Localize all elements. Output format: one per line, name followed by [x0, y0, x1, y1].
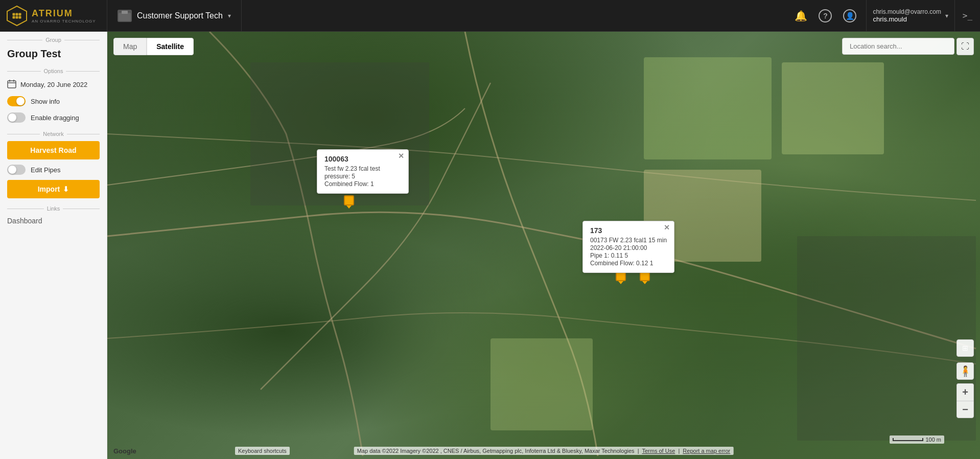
- map-popup-2: ✕ 173 00173 FW 2.23 fcal1 15 min 2022-06…: [582, 221, 674, 273]
- map-marker-1[interactable]: [344, 195, 354, 208]
- harvest-road-button[interactable]: Harvest Road: [7, 141, 100, 159]
- help-button[interactable]: ?: [814, 5, 836, 27]
- enable-dragging-row: Enable dragging: [0, 109, 107, 126]
- svg-rect-2: [122, 11, 128, 14]
- logo-sub: AN OVARRO TECHNOLOGY: [32, 19, 96, 24]
- map-google-text: Google: [113, 447, 136, 455]
- logo-text: ATRIUM: [32, 8, 96, 19]
- map-zoom-out[interactable]: −: [956, 401, 974, 418]
- map-report-link[interactable]: Report a map error: [683, 448, 730, 454]
- topbar: ATRIUM AN OVARRO TECHNOLOGY Customer Sup…: [0, 0, 980, 32]
- date-value: Monday, 20 June 2022: [20, 81, 87, 88]
- sidebar: Group Group Test Options Monday, 20 June…: [0, 32, 107, 459]
- calendar-icon: [7, 79, 16, 90]
- map-fullscreen-button[interactable]: ⛶: [956, 38, 974, 55]
- links-section-label: Links: [0, 200, 107, 214]
- notification-icon: 🔔: [795, 10, 807, 22]
- show-info-toggle[interactable]: [7, 96, 26, 106]
- notification-button[interactable]: 🔔: [789, 5, 812, 27]
- map-search-container: [842, 38, 954, 55]
- popup-2-title: 173: [590, 226, 667, 235]
- group-title: Group Test: [0, 45, 107, 65]
- user-menu[interactable]: chris.mould@ovarro.com chris.mould ▾: [866, 0, 954, 31]
- terminal-icon: >_: [963, 11, 972, 20]
- options-section-label: Options: [0, 65, 107, 76]
- import-icon: ⬇: [63, 185, 69, 193]
- pegman-icon: 🧍: [959, 365, 972, 377]
- scale-label: 100 m: [925, 437, 941, 443]
- map-roads-overlay: [107, 32, 980, 459]
- dashboard-link[interactable]: Dashboard: [0, 214, 107, 228]
- map-keyboard-shortcuts[interactable]: Keyboard shortcuts: [235, 447, 290, 455]
- svg-rect-10: [491, 338, 593, 430]
- map-zoom-in[interactable]: +: [956, 383, 974, 401]
- network-section-label: Network: [0, 126, 107, 139]
- map-buildings-overlay: [107, 32, 980, 459]
- popup-1-close[interactable]: ✕: [398, 152, 404, 160]
- map-tab-map[interactable]: Map: [113, 38, 147, 55]
- grid-icon: ⊞: [962, 344, 968, 352]
- user-email: chris.mould@ovarro.com: [873, 8, 941, 15]
- org-name: Customer Support Tech: [137, 11, 223, 20]
- import-label: Import: [38, 185, 60, 193]
- map-pegman-button[interactable]: 🧍: [956, 362, 974, 380]
- help-icon: ?: [819, 9, 832, 22]
- map-tab-controls: Map Satellite: [113, 38, 194, 55]
- svg-rect-1: [119, 13, 131, 21]
- import-button[interactable]: Import ⬇: [7, 180, 100, 198]
- popup-1-line2: pressure: 5: [324, 173, 401, 180]
- popup-2-line3: Pipe 1: 0.11 5: [590, 252, 667, 259]
- svg-rect-12: [797, 236, 976, 441]
- scale-bar: [893, 438, 923, 441]
- group-section-label: Group: [0, 32, 107, 45]
- map-attribution: Map data ©2022 Imagery ©2022 , CNES / Ai…: [354, 447, 734, 455]
- edit-pipes-label: Edit Pipes: [31, 166, 61, 174]
- user-dropdown-arrow: ▾: [945, 12, 948, 19]
- org-icon: [118, 10, 132, 22]
- user-button[interactable]: 👤: [838, 5, 861, 27]
- popup-1-line3: Combined Flow: 1: [324, 180, 401, 188]
- terminal-button[interactable]: >_: [954, 0, 980, 32]
- popup-1-line1: Test fw 2.23 fcal test: [324, 165, 401, 172]
- popup-2-line4: Combined Flow: 0.12 1: [590, 260, 667, 267]
- popup-2-line2: 2022-06-20 21:00:00: [590, 244, 667, 251]
- map-grid-button[interactable]: ⊞: [956, 339, 974, 357]
- user-name: chris.mould: [873, 15, 941, 23]
- org-selector[interactable]: Customer Support Tech ▾: [107, 0, 242, 31]
- svg-rect-3: [8, 81, 16, 88]
- popup-1-title: 100063: [324, 155, 401, 163]
- enable-dragging-toggle[interactable]: [7, 112, 26, 123]
- edit-pipes-toggle[interactable]: [7, 165, 26, 175]
- org-dropdown-arrow: ▾: [228, 12, 231, 19]
- show-info-row: Show info: [0, 93, 107, 109]
- marker-1-body: [344, 195, 354, 205]
- map-satellite-view[interactable]: Map Satellite ⛶ ✕ 100063 Test fw 2.23 fc…: [107, 32, 980, 459]
- fullscreen-icon: ⛶: [961, 42, 969, 51]
- map-zoom-controls: + −: [956, 383, 974, 418]
- svg-rect-8: [782, 62, 884, 154]
- map-tab-satellite[interactable]: Satellite: [147, 38, 194, 55]
- topbar-icon-group: 🔔 ? 👤: [784, 5, 866, 27]
- map-search-input[interactable]: [842, 38, 954, 55]
- main-content: Group Group Test Options Monday, 20 June…: [0, 32, 980, 459]
- svg-rect-7: [644, 57, 772, 159]
- marker-2-tail: [618, 281, 623, 284]
- enable-dragging-label: Enable dragging: [31, 114, 79, 122]
- popup-2-close[interactable]: ✕: [664, 223, 670, 232]
- user-icon: 👤: [843, 9, 856, 22]
- edit-pipes-row: Edit Pipes: [0, 162, 107, 178]
- show-info-label: Show info: [31, 98, 60, 105]
- marker-1-tail: [346, 205, 352, 209]
- logo-area: ATRIUM AN OVARRO TECHNOLOGY: [0, 0, 107, 31]
- map-popup-1: ✕ 100063 Test fw 2.23 fcal test pressure…: [317, 149, 409, 194]
- map-area: Map Satellite ⛶ ✕ 100063 Test fw 2.23 fc…: [107, 32, 980, 459]
- map-terms-link[interactable]: Terms of Use: [642, 448, 675, 454]
- date-row[interactable]: Monday, 20 June 2022: [0, 76, 107, 93]
- popup-2-line1: 00173 FW 2.23 fcal1 15 min: [590, 237, 667, 244]
- marker-3-tail: [642, 281, 647, 284]
- map-scale: 100 m: [890, 435, 944, 444]
